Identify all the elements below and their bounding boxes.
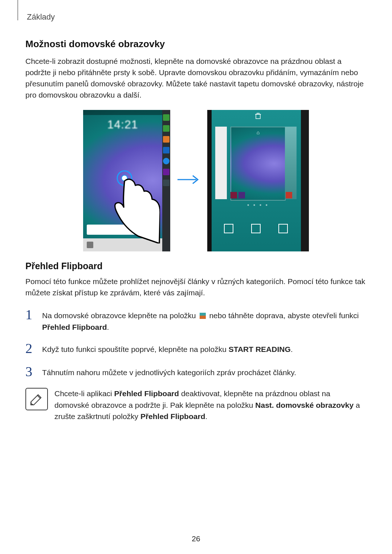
step-3: 3 Táhnutím nahoru můžete v jednotlivých … [25, 365, 367, 379]
note-bold: Přehled Flipboard [114, 389, 179, 398]
step-text: Na domovské obrazovce klepněte na položk… [42, 311, 198, 320]
arrow-right-icon [177, 175, 201, 184]
step-2: 2 Když tuto funkci spouštíte poprvé, kle… [25, 341, 367, 356]
edge-message-icon [163, 147, 170, 153]
step-text: Když tuto funkci spouštíte poprvé, klepn… [42, 345, 229, 353]
heading-flipboard: Přehled Flipboard [25, 261, 367, 271]
step-text: Táhnutím nahoru můžete v jednotlivých ka… [42, 365, 367, 378]
page-number: 26 [0, 534, 392, 543]
panel-right [285, 127, 297, 199]
note-block: Chcete-li aplikaci Přehled Flipboard dea… [25, 388, 367, 422]
note-bold: Přehled Flipboard [140, 412, 205, 420]
step-1: 1 Na domovské obrazovce klepněte na polo… [25, 308, 367, 333]
edge-camera-icon [163, 169, 170, 175]
heading-home-screen-options: Možnosti domovské obrazovky [25, 38, 367, 50]
page-content: Základy Možnosti domovské obrazovky Chce… [0, 0, 392, 422]
figure-device-before: 14:21 [83, 110, 170, 251]
home-icon: ⌂ [257, 130, 260, 135]
figure-clock: 14:21 [83, 118, 162, 131]
figure-search-bar [87, 225, 159, 235]
figure-device-after: ⌂ ● ● ● ● [207, 110, 309, 251]
step-text: . [107, 323, 109, 331]
note-bold: Nast. domovské obrazovky [255, 401, 354, 409]
wallpaper-icon [224, 224, 233, 233]
step-number: 2 [25, 341, 42, 356]
settings-icon [278, 224, 288, 233]
widgets-icon [251, 224, 261, 233]
note-text: . [205, 412, 207, 420]
home-screen-options-paragraph: Chcete-li zobrazit dostupné možnosti, kl… [25, 56, 367, 100]
note-text: Chcete-li aplikaci [54, 389, 114, 398]
edge-phone-icon [163, 125, 170, 132]
panel-left [215, 127, 227, 199]
nav-phone-icon [87, 242, 93, 248]
edge-apps-icon [163, 180, 170, 186]
edge-browser-icon [163, 158, 170, 164]
trash-icon [255, 113, 261, 121]
step-number: 3 [25, 365, 42, 379]
page-side-rule [17, 0, 18, 20]
edge-contacts-icon [163, 136, 170, 143]
note-icon [25, 388, 48, 410]
breadcrumb: Základy [27, 12, 367, 22]
steps-list: 1 Na domovské obrazovce klepněte na polo… [25, 308, 367, 379]
step-bold: Přehled Flipboard [42, 323, 107, 331]
panel-main [230, 127, 286, 201]
step-text: nebo táhněte doprava, abyste otevřeli fu… [207, 311, 359, 320]
step-number: 1 [25, 308, 42, 322]
step-text: . [291, 345, 293, 353]
svg-rect-3 [256, 114, 260, 119]
flipboard-intro: Pomocí této funkce můžete prohlížet nejn… [25, 276, 367, 298]
step-bold: START READING [229, 345, 291, 353]
svg-rect-5 [257, 113, 259, 114]
flipboard-inline-icon [200, 313, 206, 319]
figure-row: 14:21 [25, 110, 367, 251]
edge-star-icon [163, 114, 170, 121]
